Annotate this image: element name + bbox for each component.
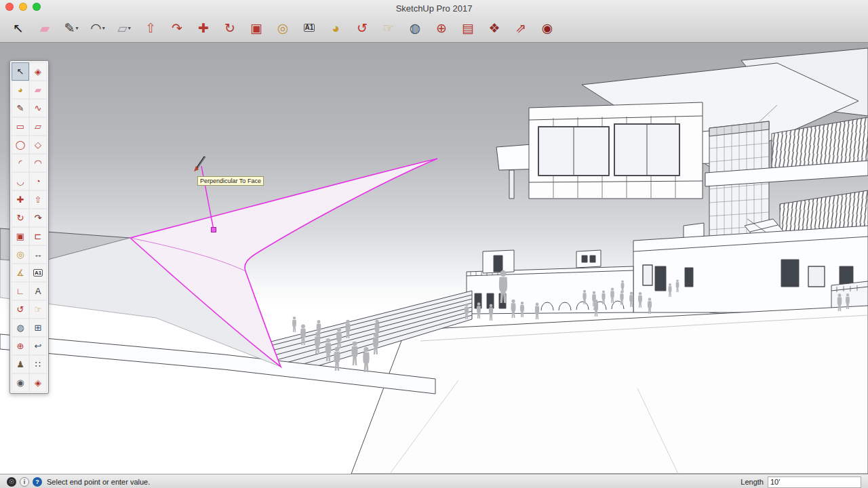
section-plane-tool[interactable]: ◈ <box>29 373 47 392</box>
statusbar: ☉i? Select end point or enter value. Len… <box>0 474 868 488</box>
inference-tooltip: Perpendicular To Face <box>197 176 264 186</box>
line-tool[interactable]: ✎▾ <box>61 17 81 39</box>
pan-tool[interactable]: ☞ <box>378 17 399 39</box>
components-tool[interactable]: ❖ <box>484 17 505 39</box>
position-camera-tool-icon: ♟ <box>16 359 24 369</box>
rotate-tool[interactable]: ↻ <box>12 209 29 227</box>
eraser-tool[interactable]: ▰ <box>29 81 47 99</box>
freehand-tool-icon: ∿ <box>35 103 42 113</box>
look-around-tool[interactable]: ◉ <box>12 373 29 392</box>
paint-bucket-tool-icon: ◕ <box>332 22 339 35</box>
help-icon[interactable]: ? <box>33 477 42 487</box>
offset-tool[interactable]: ⊏ <box>29 227 47 245</box>
push-pull-tool-icon: ⇧ <box>35 195 42 205</box>
push-pull-tool[interactable]: ⇧ <box>140 17 161 39</box>
position-camera-tool[interactable]: ♟ <box>12 355 29 373</box>
move-tool-icon: ✚ <box>198 22 209 35</box>
freehand-tool[interactable]: ∿ <box>29 99 47 117</box>
measurement-box: Length <box>741 476 861 488</box>
inference-point-marker <box>212 228 216 232</box>
eraser-tool-icon: ▰ <box>40 22 50 35</box>
arcs-tool[interactable]: ◠▾ <box>87 17 108 39</box>
share-model-tool[interactable]: ⇗ <box>511 17 531 39</box>
follow-me-tool[interactable]: ↷ <box>29 209 47 227</box>
axes-tool[interactable]: ∟ <box>12 282 29 300</box>
walk-tool[interactable]: ∷ <box>29 355 47 373</box>
pan-tool-icon: ☞ <box>34 304 42 314</box>
protractor-tool-icon: ∡ <box>16 268 24 278</box>
orbit-tool[interactable]: ↺ <box>12 300 29 319</box>
zoom-tool-icon: ◍ <box>16 323 24 333</box>
close-button[interactable] <box>5 3 14 11</box>
scale-tool[interactable]: ▣ <box>12 227 29 245</box>
arc-tool[interactable]: ◜ <box>12 154 29 172</box>
move-tool[interactable]: ✚ <box>12 190 29 209</box>
follow-me-tool-icon: ↷ <box>35 213 42 223</box>
paint-bucket-tool[interactable]: ◕ <box>12 81 29 99</box>
pie-tool-icon: ◔ <box>35 176 41 186</box>
protractor-tool[interactable]: ∡ <box>12 264 29 282</box>
shapes-tool[interactable]: ▱▾ <box>114 17 134 39</box>
make-component-tool[interactable]: ◈ <box>29 62 47 81</box>
length-input[interactable] <box>768 476 861 488</box>
zoom-tool[interactable]: ◍ <box>12 319 29 337</box>
zoom-tool[interactable]: ◍ <box>405 17 425 39</box>
zoom-extents-tool-icon: ⊕ <box>436 22 447 35</box>
rectangle-tool-icon: ▭ <box>16 121 24 131</box>
large-tool-set-palette: ↖◈◕▰✎∿▭▱◯◇◜◠◡◔✚⇧↻↷▣⊏◎↔∡A1∟A↺☞◍⊞⊕↩♟∷◉◈ <box>9 60 49 394</box>
tape-measure-tool[interactable]: ◎ <box>273 17 293 39</box>
tape-measure-tool[interactable]: ◎ <box>12 245 29 264</box>
circle-tool-icon: ◯ <box>16 140 26 150</box>
text-tool[interactable]: A1 <box>29 264 47 282</box>
text-tool-icon: A1 <box>304 24 315 32</box>
zoom-window-button[interactable] <box>33 3 41 11</box>
3d-text-tool[interactable]: A <box>29 282 47 300</box>
select-tool[interactable]: ↖ <box>8 17 28 39</box>
viewport-canvas[interactable] <box>0 43 868 474</box>
line-tool-dropdown-caret[interactable]: ▾ <box>75 25 78 31</box>
traffic-lights <box>5 3 41 11</box>
credits-icon[interactable]: i <box>20 477 29 487</box>
dimension-tool[interactable]: ↔ <box>29 245 47 264</box>
orbit-tool[interactable]: ↺ <box>352 17 372 39</box>
move-tool[interactable]: ✚ <box>193 17 214 39</box>
zoom-extents-tool[interactable]: ⊕ <box>12 337 29 355</box>
orbit-tool-icon: ↺ <box>357 22 368 35</box>
circle-tool[interactable]: ◯ <box>12 136 29 154</box>
zoom-extents-tool[interactable]: ⊕ <box>431 17 452 39</box>
shapes-tool-icon: ▱ <box>117 22 127 35</box>
line-tool[interactable]: ✎ <box>12 99 29 117</box>
eraser-tool[interactable]: ▰ <box>35 17 55 39</box>
push-pull-tool-icon: ⇧ <box>145 22 156 35</box>
walk-tool-icon: ∷ <box>35 359 41 369</box>
status-message: Select end point or enter value. <box>47 478 150 486</box>
two-point-arc-tool[interactable]: ◠ <box>29 154 47 172</box>
push-pull-tool[interactable]: ⇧ <box>29 190 47 209</box>
follow-me-tool[interactable]: ↷ <box>167 17 187 39</box>
rotated-rectangle-tool[interactable]: ▱ <box>29 117 47 136</box>
pan-tool[interactable]: ☞ <box>29 300 47 319</box>
viewport: ↖◈◕▰✎∿▭▱◯◇◜◠◡◔✚⇧↻↷▣⊏◎↔∡A1∟A↺☞◍⊞⊕↩♟∷◉◈ Pe… <box>0 43 868 474</box>
geolocation-icon[interactable]: ☉ <box>7 477 16 487</box>
scale-tool[interactable]: ▣ <box>246 17 267 39</box>
shapes-tool-dropdown-caret[interactable]: ▾ <box>128 25 131 31</box>
arcs-tool-dropdown-caret[interactable]: ▾ <box>102 25 105 31</box>
zoom-extents-tool-icon: ⊕ <box>17 341 24 351</box>
rotate-tool-icon: ↻ <box>17 213 24 223</box>
extension-warehouse-tool[interactable]: ◉ <box>537 17 557 39</box>
pie-tool[interactable]: ◔ <box>29 172 47 190</box>
zoom-window-tool[interactable]: ⊞ <box>29 319 47 337</box>
tape-measure-tool-icon: ◎ <box>16 249 24 260</box>
rectangle-tool[interactable]: ▭ <box>12 117 29 136</box>
pan-tool-icon: ☞ <box>382 22 394 35</box>
three-point-arc-tool[interactable]: ◡ <box>12 172 29 190</box>
minimize-button[interactable] <box>19 3 27 11</box>
section-plane-tool[interactable]: ▤ <box>458 17 478 39</box>
select-tool[interactable]: ↖ <box>12 62 29 81</box>
polygon-tool[interactable]: ◇ <box>29 136 47 154</box>
select-tool-icon: ↖ <box>13 22 24 35</box>
previous-view-tool[interactable]: ↩ <box>29 337 47 355</box>
text-tool[interactable]: A1 <box>299 17 319 39</box>
paint-bucket-tool[interactable]: ◕ <box>326 17 346 39</box>
rotate-tool[interactable]: ↻ <box>220 17 240 39</box>
